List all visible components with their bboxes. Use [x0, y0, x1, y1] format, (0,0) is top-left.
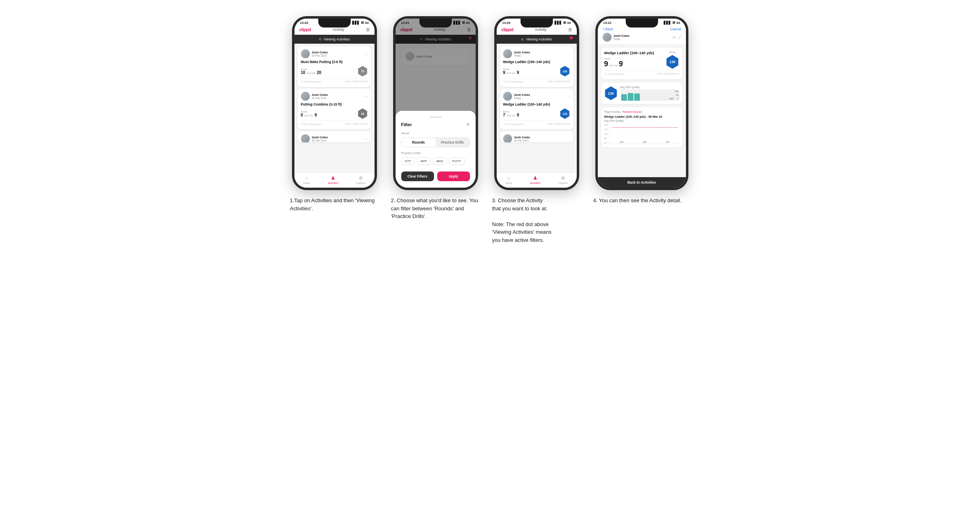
- viewing-banner-1[interactable]: ⚙ Viewing Activities: [294, 35, 375, 44]
- user-info-1: Josh Coles 28 Feb 2023: [312, 51, 328, 57]
- capture-icon-1: ⊕: [359, 175, 363, 181]
- back-to-activities-4[interactable]: Back to Activities: [598, 177, 686, 188]
- partial-user-date-3: 28 Feb 2023: [514, 139, 530, 142]
- mini-chart-4: 100 50 0 APP: [620, 89, 679, 101]
- nav-activities-label-1: Activities: [328, 182, 339, 184]
- detail-avg-row-4: 130 Avg Shot Quality 100 50 0: [604, 86, 679, 101]
- nav-home-1[interactable]: ⌂ Home: [303, 175, 310, 184]
- y-80: 80: [604, 137, 608, 140]
- practice-session-link-4[interactable]: Practice Session: [622, 110, 642, 113]
- caption-4: 4. You can then see the Activity detail.: [593, 197, 690, 205]
- clear-filters-btn-2[interactable]: Clear Filters: [401, 171, 434, 181]
- edit-icon-4[interactable]: ✏: [673, 35, 676, 40]
- expand-icon-4[interactable]: ⤢: [678, 35, 681, 40]
- battery-icon-3: 84: [567, 21, 571, 25]
- partial-avatar-3: [503, 134, 512, 142]
- score-value-4: 7: [503, 113, 506, 117]
- partial-three-dots-1[interactable]: ···: [364, 137, 368, 141]
- drill-tag-putt-2[interactable]: PUTT: [449, 157, 465, 165]
- toggle-drills-2[interactable]: Practice Drills: [436, 138, 470, 147]
- nav-activities-3[interactable]: ♟ Activities: [530, 175, 541, 184]
- header-title-3: Activity: [535, 28, 546, 32]
- back-btn-4[interactable]: < Back: [603, 27, 613, 31]
- drill-tag-ott-2[interactable]: OTT: [401, 157, 415, 165]
- avatar-name-2: Josh Coles 28 Feb 2023: [301, 92, 328, 101]
- detail-body-4: Wedge Ladder (100–140 yds) Score 9 OUT O…: [598, 44, 686, 176]
- drill-tag-app-2[interactable]: APP: [417, 157, 431, 165]
- battery-icon-4: 84: [677, 21, 680, 25]
- detail-practice-card-4: Player Activity Practice Session Wedge L…: [601, 107, 683, 147]
- avg-drill-label-4: Avg Shot Quality: [604, 119, 679, 122]
- partial-card-header-1: Josh Coles 28 Feb 2023 ···: [301, 134, 368, 142]
- card-footer-1: ⓘ Test Information Data: Clippd Capture: [301, 78, 368, 84]
- avatar-2: [301, 92, 310, 101]
- detail-info-label-4: ⓘ Test Information: [604, 72, 624, 76]
- phone-notch-4: [626, 19, 658, 28]
- viewing-banner-3[interactable]: ⚙ Viewing Activities: [497, 35, 577, 44]
- activity-card-4[interactable]: Josh Coles Today ··· Wedge Ladder (100–1…: [500, 89, 574, 129]
- nav-home-label-3: Home: [505, 182, 512, 184]
- signal-icon-1: ▋▋▋: [352, 21, 360, 25]
- score-inline-3: 9 OUT OF 9: [503, 70, 519, 75]
- wifi-icon-4: ⌘: [672, 21, 675, 25]
- home-icon-3: ⌂: [508, 175, 510, 181]
- partial-avatar-1: [301, 134, 310, 142]
- modal-actions-2: Clear Filters Apply: [401, 171, 470, 181]
- user-date-4: Today: [514, 97, 530, 99]
- bar-label-3: 124: [666, 141, 669, 143]
- apply-btn-2[interactable]: Apply: [437, 171, 470, 181]
- three-dots-2[interactable]: ···: [364, 94, 368, 99]
- signal-icon-3: ▋▋▋: [555, 21, 562, 25]
- three-dots-4[interactable]: ···: [567, 94, 570, 99]
- detail-nav-4: < Back Cancel: [603, 27, 681, 31]
- clippd-logo-1: clippd: [299, 27, 311, 32]
- avatar-name-3: Josh Coles Today: [503, 49, 530, 58]
- quality-badge-3: 130: [560, 66, 570, 76]
- toggle-rounds-2[interactable]: Rounds: [402, 138, 436, 147]
- drill-tag-arg-2[interactable]: ARG: [433, 157, 447, 165]
- phone-column-3: 13:20 ▋▋▋ ⌘ 84 clippd Activity ☰ ⚙ Viewi…: [492, 16, 581, 244]
- bottom-nav-3: ⌂ Home ♟ Activities ⊕ Capture: [497, 172, 577, 188]
- bar-label-1: 132: [620, 141, 623, 143]
- activity-title-4: Wedge Ladder (100–140 yds): [503, 102, 570, 106]
- phone-notch-1: [318, 19, 351, 28]
- detail-data-label-4: Data: Clippd Capture: [656, 72, 679, 76]
- stat-block-3: Score 9 OUT OF 9: [503, 68, 519, 75]
- wifi-icon-1: ⌘: [361, 21, 364, 25]
- detail-user-row-4: Josh Coles Today ✏ ⤢: [603, 33, 681, 42]
- chart-y-100: 100: [675, 90, 678, 93]
- hamburger-icon-1[interactable]: ☰: [366, 28, 370, 32]
- out-of-2: OUT OF: [304, 114, 313, 117]
- drill-bars-container-4: 132 129 124: [610, 124, 679, 144]
- cancel-btn-4[interactable]: Cancel: [670, 27, 681, 31]
- nav-activities-1[interactable]: ♟ Activities: [328, 175, 339, 184]
- caption-2: 2. Choose what you'd like to see. You ca…: [391, 197, 480, 220]
- nav-capture-1[interactable]: ⊕ Capture: [356, 175, 365, 184]
- bottom-nav-1: ⌂ Home ♟ Activities ⊕ Capture: [294, 172, 375, 188]
- three-dots-3[interactable]: ···: [567, 52, 570, 56]
- footer-left-2: ⓘ Test Information: [301, 123, 321, 126]
- detail-avatar-4: [603, 33, 612, 42]
- detail-badge-section-4: Shots 130: [666, 51, 679, 69]
- footer-right-3: Data: Clippd Capture: [547, 80, 570, 84]
- hamburger-icon-3[interactable]: ☰: [568, 28, 572, 32]
- activity-card-3[interactable]: Josh Coles Today ··· Wedge Ladder (100–1…: [500, 46, 574, 87]
- chart-bar-1-4: [621, 94, 627, 101]
- user-date-3: Today: [514, 54, 530, 57]
- card-header-3: Josh Coles Today ···: [503, 49, 570, 58]
- close-btn-2[interactable]: ✕: [466, 122, 470, 127]
- toggle-group-2: Rounds Practice Drills: [401, 138, 470, 147]
- time-3: 13:20: [502, 21, 510, 25]
- detail-score-val-4: 9: [604, 60, 608, 68]
- avatar-name-4: Josh Coles Today: [503, 92, 530, 101]
- nav-capture-3[interactable]: ⊕ Capture: [558, 175, 567, 184]
- stats-row-1: Score 10 OUT OF 20 75: [301, 66, 368, 76]
- three-dots-1[interactable]: ···: [364, 52, 368, 56]
- capture-icon-3: ⊕: [561, 175, 565, 181]
- activity-card-1[interactable]: Josh Coles 28 Feb 2023 ··· Must Make Put…: [298, 46, 371, 87]
- bar-col-3: 124: [657, 141, 679, 144]
- partial-user-info-3: Josh Coles 28 Feb 2023: [514, 135, 530, 142]
- activity-card-2[interactable]: Josh Coles 28 Feb 2023 ··· Putting Combi…: [298, 89, 371, 129]
- home-icon-1: ⌂: [305, 175, 308, 181]
- nav-home-3[interactable]: ⌂ Home: [505, 175, 512, 184]
